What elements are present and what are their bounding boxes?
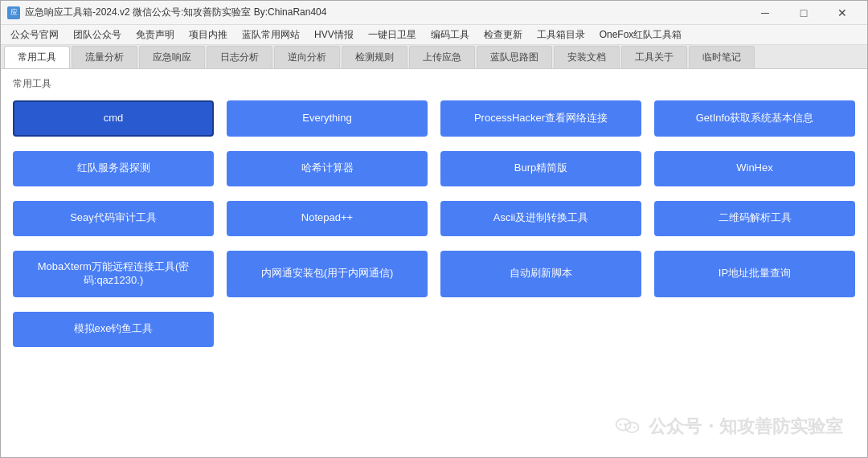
- title-bar-controls: ─ □ ✕: [747, 1, 861, 25]
- svg-point-1: [620, 423, 622, 426]
- svg-point-4: [629, 427, 631, 428]
- menu-item-OneFox红队工具箱[interactable]: OneFox红队工具箱: [593, 27, 689, 43]
- tool-button-4[interactable]: 红队服务器探测: [13, 151, 214, 186]
- tool-button-12[interactable]: MobaXterm万能远程连接工具(密码:qaz1230.): [13, 251, 214, 297]
- menu-item-工具箱目录[interactable]: 工具箱目录: [530, 27, 592, 43]
- tab-1[interactable]: 流量分析: [72, 46, 137, 68]
- close-button[interactable]: ✕: [824, 1, 861, 25]
- menu-item-团队公众号[interactable]: 团队公众号: [67, 27, 128, 43]
- menu-item-公众号官网[interactable]: 公众号官网: [4, 27, 65, 43]
- svg-point-5: [633, 427, 635, 428]
- title-bar-text: 应急响应工具箱-2024.v2 微信公众号:知攻善防实验室 By:ChinaRa…: [25, 6, 747, 19]
- svg-point-3: [625, 423, 638, 433]
- tab-bar: 常用工具流量分析应急响应日志分析逆向分析检测规则上传应急蓝队思路图安装文档工具关…: [1, 45, 867, 69]
- main-window: 应 应急响应工具箱-2024.v2 微信公众号:知攻善防实验室 By:China…: [0, 0, 868, 458]
- menu-bar: 公众号官网团队公众号免责声明项目内推蓝队常用网站HVV情报一键日卫星编码工具检查…: [1, 25, 867, 45]
- tab-10[interactable]: 临时笔记: [689, 46, 755, 68]
- tab-6[interactable]: 上传应急: [409, 46, 475, 68]
- app-icon: 应: [7, 6, 20, 19]
- tab-0[interactable]: 常用工具: [4, 46, 70, 68]
- tool-button-9[interactable]: Notepad++: [227, 201, 428, 236]
- tool-button-16[interactable]: 模拟exe钓鱼工具: [13, 312, 214, 347]
- tool-button-8[interactable]: Seay代码审计工具: [13, 201, 214, 236]
- menu-item-检查更新[interactable]: 检查更新: [477, 27, 529, 43]
- tool-button-13[interactable]: 内网通安装包(用于内网通信): [227, 251, 428, 297]
- tool-button-0[interactable]: cmd: [13, 100, 214, 137]
- wechat-icon: [613, 412, 642, 441]
- tool-button-7[interactable]: WinHex: [654, 151, 855, 186]
- tool-button-14[interactable]: 自动刷新脚本: [440, 251, 641, 297]
- menu-item-一键日卫星[interactable]: 一键日卫星: [362, 27, 423, 43]
- content-area: 常用工具 cmdEverythingProcessHacker查看网络连接Get…: [1, 69, 867, 457]
- menu-item-蓝队常用网站[interactable]: 蓝队常用网站: [235, 27, 306, 43]
- svg-point-0: [616, 419, 631, 430]
- tab-2[interactable]: 应急响应: [139, 46, 205, 68]
- tool-button-6[interactable]: Burp精简版: [440, 151, 641, 186]
- tab-4[interactable]: 逆向分析: [274, 46, 340, 68]
- tool-button-2[interactable]: ProcessHacker查看网络连接: [440, 100, 641, 137]
- title-bar: 应 应急响应工具箱-2024.v2 微信公众号:知攻善防实验室 By:China…: [1, 1, 867, 25]
- tool-button-11[interactable]: 二维码解析工具: [654, 201, 855, 236]
- menu-item-HVV情报[interactable]: HVV情报: [308, 27, 360, 43]
- watermark: 公众号・知攻善防实验室: [613, 412, 843, 441]
- maximize-button[interactable]: □: [785, 1, 822, 25]
- tab-9[interactable]: 工具关于: [621, 46, 687, 68]
- tab-3[interactable]: 日志分析: [207, 46, 272, 68]
- tab-5[interactable]: 检测规则: [342, 46, 407, 68]
- tool-button-10[interactable]: Ascii及进制转换工具: [440, 201, 641, 236]
- menu-item-项目内推[interactable]: 项目内推: [182, 27, 234, 43]
- tab-7[interactable]: 蓝队思路图: [477, 46, 552, 68]
- tool-button-5[interactable]: 哈希计算器: [227, 151, 428, 186]
- menu-item-编码工具[interactable]: 编码工具: [424, 27, 476, 43]
- tool-button-15[interactable]: IP地址批量查询: [654, 251, 855, 297]
- tab-8[interactable]: 安装文档: [554, 46, 620, 68]
- watermark-text: 公众号・知攻善防实验室: [649, 415, 843, 439]
- section-title: 常用工具: [13, 77, 855, 91]
- tool-button-1[interactable]: Everything: [227, 100, 428, 137]
- tool-grid: cmdEverythingProcessHacker查看网络连接GetInfo获…: [13, 100, 855, 347]
- menu-item-免责声明[interactable]: 免责声明: [129, 27, 181, 43]
- tool-button-3[interactable]: GetInfo获取系统基本信息: [654, 100, 855, 137]
- minimize-button[interactable]: ─: [747, 1, 784, 25]
